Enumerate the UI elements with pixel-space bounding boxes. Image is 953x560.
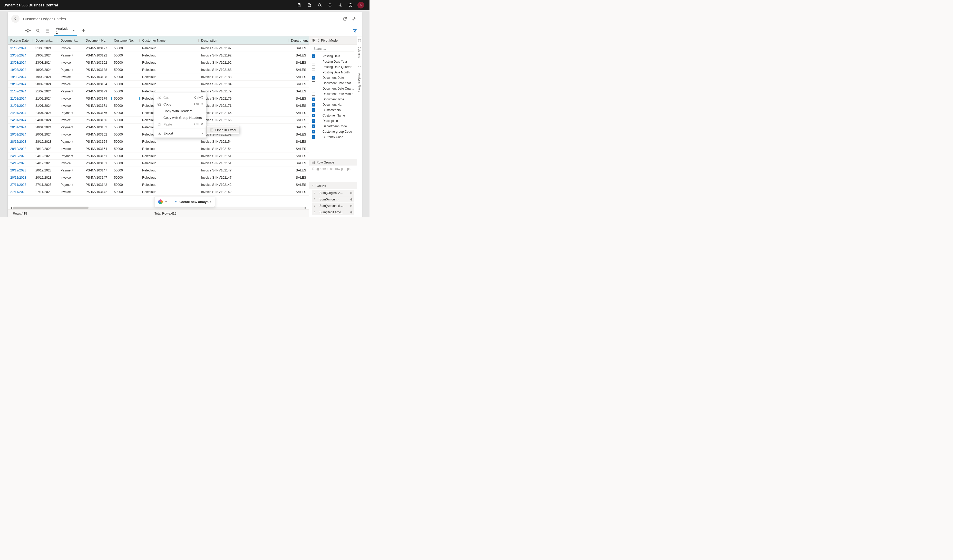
drag-handle-icon[interactable]: ⋮⋮: [317, 104, 321, 106]
scroll-thumb[interactable]: [13, 206, 88, 209]
posting-date-cell[interactable]: 27/11/2023: [8, 190, 33, 194]
remove-value-icon[interactable]: ⊗: [350, 211, 352, 214]
table-row[interactable]: 20/12/202320/12/2023PaymentPS-INV1031475…: [8, 167, 309, 174]
remove-value-icon[interactable]: ⊗: [350, 198, 352, 201]
field-item[interactable]: ⋮⋮Posting Date: [309, 53, 357, 59]
scroll-left-arrow[interactable]: ◀: [9, 206, 13, 209]
field-item[interactable]: ⋮⋮Posting Date Quarter: [309, 64, 357, 70]
posting-date-cell[interactable]: 21/02/2024: [8, 97, 33, 100]
customer-no-cell[interactable]: 50000: [111, 104, 140, 107]
table-row[interactable]: 23/03/202423/03/2024PaymentPS-INV1031925…: [8, 52, 309, 59]
customer-no-cell[interactable]: 50000: [111, 54, 140, 57]
field-item[interactable]: ⋮⋮Description: [309, 118, 357, 123]
ctx-open-in-excel[interactable]: Open in Excel: [206, 127, 239, 133]
customer-no-cell[interactable]: 50000: [111, 68, 140, 71]
customer-no-cell[interactable]: 50000: [111, 133, 140, 136]
table-row[interactable]: 27/11/202327/11/2023InvoicePS-INV1031425…: [8, 188, 309, 195]
field-checkbox[interactable]: [312, 135, 315, 139]
posting-date-cell[interactable]: 24/12/2023: [8, 154, 33, 158]
field-checkbox[interactable]: [312, 71, 315, 74]
customer-no-cell[interactable]: 50000: [111, 75, 140, 79]
add-tab-button[interactable]: [79, 26, 88, 36]
ctx-copy[interactable]: Copy Ctrl+C: [154, 101, 206, 107]
customer-no-cell[interactable]: 50000: [111, 183, 140, 186]
drag-handle-icon[interactable]: ⋮⋮: [317, 130, 321, 133]
field-checkbox[interactable]: [312, 60, 315, 64]
posting-date-cell[interactable]: 20/01/2024: [8, 126, 33, 129]
values-list[interactable]: ⋮⋮Sum(Original A...⊗⋮⋮Sum(Amount)⊗⋮⋮Sum(…: [309, 189, 357, 217]
field-item[interactable]: ⋮⋮Posting Date Year: [309, 59, 357, 64]
drag-handle-icon[interactable]: ⋮⋮: [313, 211, 318, 214]
field-checkbox[interactable]: [312, 87, 315, 90]
posting-date-cell[interactable]: 23/03/2024: [8, 54, 33, 57]
table-row[interactable]: 19/03/202419/03/2024InvoicePS-INV1031885…: [8, 73, 309, 81]
posting-date-cell[interactable]: 20/12/2023: [8, 169, 33, 172]
table-row[interactable]: 19/03/202419/03/2024PaymentPS-INV1031885…: [8, 66, 309, 73]
back-button[interactable]: [11, 15, 20, 23]
ctx-export[interactable]: Export ›: [154, 130, 206, 137]
value-item[interactable]: ⋮⋮Sum(Amount)⊗: [312, 196, 354, 203]
drag-handle-icon[interactable]: ⋮⋮: [317, 60, 321, 63]
copilot-button[interactable]: [154, 197, 171, 206]
col-document-no[interactable]: Document No.: [83, 39, 111, 42]
table-row[interactable]: 24/12/202324/12/2023PaymentPS-INV1031515…: [8, 152, 309, 160]
field-checkbox[interactable]: [312, 98, 315, 101]
field-checkbox[interactable]: [312, 65, 315, 69]
document-icon[interactable]: [294, 0, 304, 10]
field-checkbox[interactable]: [312, 76, 315, 79]
drag-handle-icon[interactable]: ⋮⋮: [317, 87, 321, 90]
posting-date-cell[interactable]: 28/12/2023: [8, 140, 33, 143]
field-checkbox[interactable]: [312, 119, 315, 123]
table-row[interactable]: 23/03/202423/03/2024InvoicePS-INV1031925…: [8, 59, 309, 66]
customer-no-cell[interactable]: 50000: [111, 169, 140, 172]
col-customer-name[interactable]: Customer Name: [140, 39, 199, 42]
field-checkbox[interactable]: [312, 130, 315, 133]
analysis-filters-tab[interactable]: Analysis Filters: [358, 72, 361, 93]
posting-date-cell[interactable]: 27/11/2023: [8, 183, 33, 186]
value-item[interactable]: ⋮⋮Sum(Amount (L...⊗: [312, 203, 354, 209]
col-department[interactable]: Department...: [289, 39, 309, 42]
remove-value-icon[interactable]: ⊗: [350, 204, 352, 208]
drag-handle-icon[interactable]: ⋮⋮: [317, 98, 321, 101]
settings-icon[interactable]: [335, 0, 345, 10]
drag-handle-icon[interactable]: ⋮⋮: [313, 198, 318, 201]
posting-date-cell[interactable]: 21/02/2024: [8, 90, 33, 93]
posting-date-cell[interactable]: 24/01/2024: [8, 111, 33, 115]
col-document-date[interactable]: Document...: [33, 39, 58, 42]
field-checkbox[interactable]: [312, 54, 315, 58]
drag-handle-icon[interactable]: ⋮⋮: [317, 114, 321, 117]
customer-no-cell[interactable]: 50000: [111, 161, 140, 165]
customer-no-cell[interactable]: 50000: [111, 82, 140, 86]
fields-list[interactable]: ⋮⋮Posting Date⋮⋮Posting Date Year⋮⋮Posti…: [309, 53, 357, 159]
customer-no-cell[interactable]: 50000: [111, 147, 140, 150]
drag-handle-icon[interactable]: ⋮⋮: [317, 109, 321, 112]
tab-analysis-1[interactable]: Analysis 1: [54, 26, 77, 36]
customer-no-cell[interactable]: 50000: [111, 90, 140, 93]
search-toolbar-icon[interactable]: [33, 26, 43, 36]
customer-no-cell[interactable]: 50000: [111, 118, 140, 122]
pivot-mode-toggle[interactable]: [312, 39, 319, 42]
customer-no-cell[interactable]: 50000: [111, 47, 140, 50]
field-item[interactable]: ⋮⋮Customergroup Code: [309, 129, 357, 134]
drag-handle-icon[interactable]: ⋮⋮: [317, 66, 321, 68]
drag-handle-icon[interactable]: ⋮⋮: [317, 76, 321, 79]
copilot-icon[interactable]: [304, 0, 315, 10]
table-row[interactable]: 28/12/202328/12/2023InvoicePS-INV1031545…: [8, 145, 309, 152]
posting-date-cell[interactable]: 20/12/2023: [8, 176, 33, 179]
posting-date-cell[interactable]: 20/01/2024: [8, 133, 33, 136]
columns-tab[interactable]: Columns: [358, 46, 361, 59]
drag-handle-icon[interactable]: ⋮⋮: [313, 192, 318, 194]
scroll-right-arrow[interactable]: ▶: [304, 206, 307, 209]
drag-handle-icon[interactable]: ⋮⋮: [317, 55, 321, 57]
search-icon[interactable]: [315, 0, 325, 10]
field-item[interactable]: ⋮⋮Document Date Quar...: [309, 86, 357, 91]
notifications-icon[interactable]: [325, 0, 335, 10]
drag-handle-icon[interactable]: ⋮⋮: [317, 119, 321, 122]
drag-handle-icon[interactable]: ⋮⋮: [317, 71, 321, 74]
field-checkbox[interactable]: [312, 92, 315, 96]
value-item[interactable]: ⋮⋮Sum(Original A...⊗: [312, 190, 354, 196]
posting-date-cell[interactable]: 28/02/2024: [8, 82, 33, 86]
analyze-icon[interactable]: [43, 26, 52, 36]
value-item[interactable]: ⋮⋮Sum(Debit Amo...⊗: [312, 209, 354, 215]
table-row[interactable]: 28/12/202328/12/2023PaymentPS-INV1031545…: [8, 138, 309, 145]
